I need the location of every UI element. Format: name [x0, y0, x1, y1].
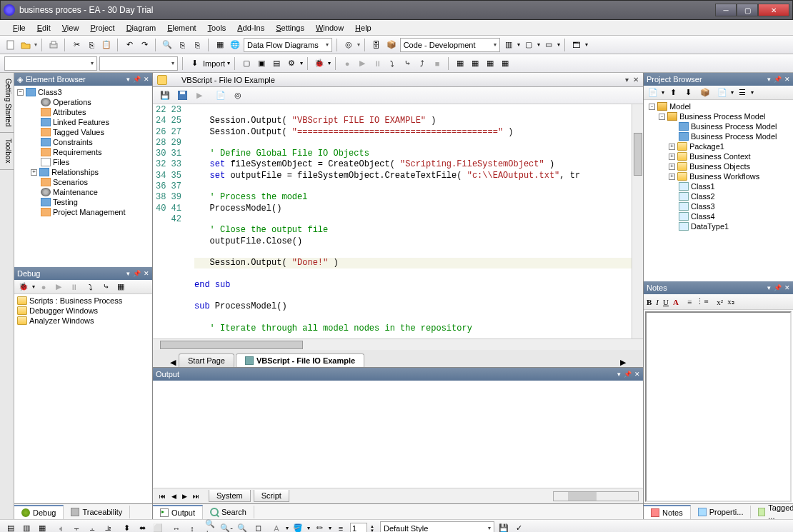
close-icon[interactable]: ✕ [144, 270, 149, 277]
list-num-icon[interactable]: ≡ [687, 298, 692, 306]
combo-empty2[interactable] [99, 56, 178, 71]
close-icon[interactable]: ✕ [784, 76, 790, 83]
menu-diagram[interactable]: Diagram [121, 22, 162, 34]
dropdown-icon[interactable]: ▾ [357, 41, 360, 48]
tb-icon[interactable]: ▤ [270, 57, 283, 70]
output-scrollbar[interactable] [553, 491, 639, 501]
tab-tagged[interactable]: Tagged ... [751, 501, 793, 523]
filter-icon[interactable]: ☰ [736, 86, 749, 99]
step-icon[interactable]: ⤵ [84, 281, 97, 293]
list-bul-icon[interactable]: ⋮≡ [696, 297, 708, 306]
tree-item[interactable]: Scripts : Business Process [14, 296, 152, 306]
tab-start-page[interactable]: Start Page [179, 353, 234, 367]
copy2-icon[interactable]: ⎘ [176, 39, 189, 51]
dropdown-icon[interactable]: ▾ [126, 76, 130, 83]
tb-icon[interactable]: ▦ [499, 57, 512, 70]
save-style-icon[interactable]: 💾 [497, 522, 510, 533]
tb-icon[interactable]: ▤ [4, 522, 17, 533]
underline-button[interactable]: U [663, 298, 669, 306]
menu-file[interactable]: File [7, 22, 31, 34]
line-width-icon[interactable]: ≡ [334, 522, 347, 533]
bug-icon[interactable]: 🐞 [17, 281, 30, 293]
size-icon[interactable]: ⬍ [120, 522, 133, 533]
db-icon[interactable]: 🗄 [370, 39, 383, 51]
paste-icon[interactable]: 📋 [100, 39, 113, 51]
menu-view[interactable]: View [56, 22, 85, 34]
tree-item[interactable]: -Model [644, 101, 793, 111]
dropdown-icon[interactable]: ▾ [617, 371, 621, 378]
tree-item[interactable]: Files [14, 157, 152, 167]
target-icon[interactable]: ◎ [342, 39, 355, 51]
horizontal-scrollbar[interactable] [153, 338, 643, 350]
subscript-button[interactable]: x₂ [727, 297, 734, 306]
tab-vbscript[interactable]: VBScript - File IO Example [236, 353, 364, 367]
zoom-out-icon[interactable]: 🔍- [220, 522, 233, 533]
paste2-icon[interactable]: ⎘ [191, 39, 204, 51]
pkg-icon[interactable]: 📦 [385, 39, 398, 51]
output-tab-script[interactable]: Script [254, 490, 289, 502]
step-out-icon[interactable]: ⤴ [416, 57, 429, 70]
layout2-icon[interactable]: ▢ [522, 39, 535, 51]
tab-notes[interactable]: Notes [644, 505, 691, 519]
menu-element[interactable]: Element [161, 22, 201, 34]
tree-item[interactable]: Class4 [644, 211, 793, 221]
tree-item[interactable]: Project Management [14, 207, 152, 217]
target-icon[interactable]: ◎ [231, 89, 244, 102]
close-icon[interactable]: ✕ [144, 76, 149, 83]
window-icon[interactable]: 🗔 [570, 39, 583, 51]
bold-button[interactable]: B [647, 298, 652, 306]
grid-icon[interactable]: ▦ [214, 39, 226, 51]
tree-item[interactable]: DataType1 [644, 221, 793, 231]
space-icon[interactable]: ↔ [170, 522, 183, 533]
layout3-icon[interactable]: ▭ [542, 39, 555, 51]
font-color-button[interactable]: A [673, 298, 679, 306]
tree-item[interactable]: Analyzer Windows [14, 316, 152, 326]
close-icon[interactable]: ✕ [784, 284, 790, 291]
world-icon[interactable]: 🌐 [229, 39, 241, 51]
size-icon[interactable]: ⬌ [136, 522, 149, 533]
copy-icon[interactable]: ⎘ [85, 39, 98, 51]
minimize-button[interactable]: ─ [715, 4, 737, 16]
bug-icon[interactable]: 🐞 [313, 57, 326, 70]
redo-icon[interactable]: ↷ [138, 39, 151, 51]
align-right-icon[interactable]: ⫟ [70, 522, 83, 533]
menu-settings[interactable]: Settings [270, 22, 310, 34]
close-icon[interactable]: ✕ [634, 371, 640, 378]
tb-icon[interactable]: ▦ [469, 57, 482, 70]
getting-started-tab[interactable]: Getting Started [0, 73, 14, 133]
search-icon[interactable]: 🔍 [161, 39, 174, 51]
tree-item[interactable]: +Relationships [14, 167, 152, 177]
tab-search[interactable]: Search [203, 506, 254, 518]
tb-icon[interactable]: ▦ [484, 57, 497, 70]
tree-item[interactable]: Requirements [14, 147, 152, 157]
step-icon[interactable]: ⤷ [99, 281, 112, 293]
tab-debug[interactable]: Debug [14, 505, 64, 519]
tree-item[interactable]: +Business Workflows [644, 171, 793, 181]
pin-icon[interactable]: 📌 [774, 76, 782, 83]
doc-icon[interactable]: 📄 [716, 86, 729, 99]
pin-icon[interactable]: 📌 [133, 270, 141, 277]
dropdown-icon[interactable]: ▾ [767, 284, 771, 291]
step-over-icon[interactable]: ⤵ [386, 57, 399, 70]
step-into-icon[interactable]: ⤷ [401, 57, 414, 70]
vertical-scrollbar[interactable] [632, 104, 643, 338]
menu-project[interactable]: Project [84, 22, 120, 34]
notes-body[interactable] [645, 311, 792, 502]
font-color-icon[interactable]: A [270, 522, 283, 533]
dropdown-icon[interactable]: ▾ [126, 270, 130, 277]
import-label[interactable]: Import [203, 59, 225, 68]
close-icon[interactable]: ✕ [633, 76, 639, 84]
tree-item[interactable]: Business Process Model [644, 131, 793, 141]
layout1-icon[interactable]: ▥ [502, 39, 515, 51]
line-color-icon[interactable]: ✏ [313, 522, 326, 533]
tree-item[interactable]: Scenarios [14, 177, 152, 187]
save-all-icon[interactable]: 💾 [159, 89, 171, 102]
size-icon[interactable]: ⬜ [151, 522, 164, 533]
align-top-icon[interactable]: ⫠ [86, 522, 99, 533]
tree-root[interactable]: −Class3 [14, 87, 152, 97]
close-button[interactable]: ✕ [758, 4, 789, 16]
tree-item[interactable]: +Package1 [644, 141, 793, 151]
pin-icon[interactable]: 📌 [774, 284, 782, 291]
tree-item[interactable]: Linked Features [14, 117, 152, 127]
doc-icon[interactable]: 📄 [214, 89, 227, 102]
